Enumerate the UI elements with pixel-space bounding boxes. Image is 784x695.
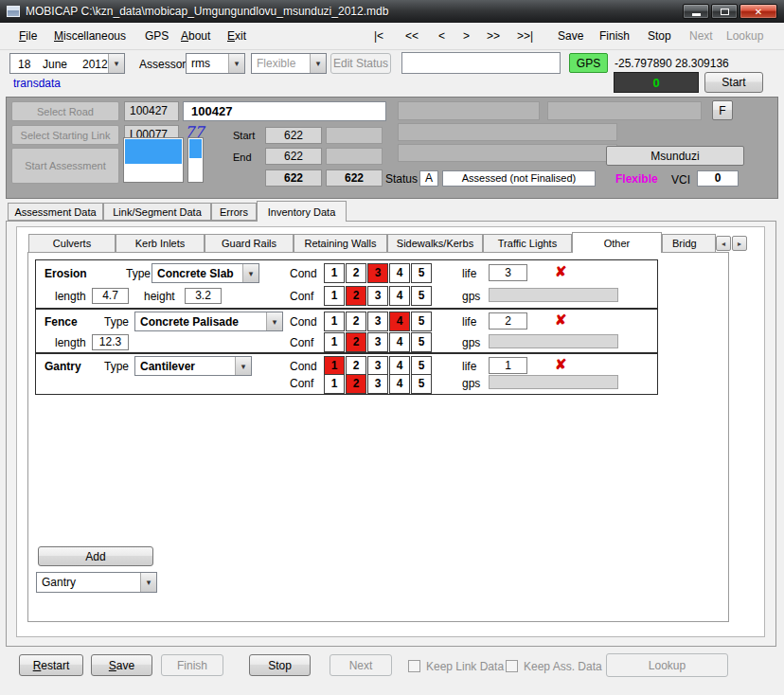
delete-x-icon[interactable]: ✘ <box>555 263 567 280</box>
delete-x-icon[interactable]: ✘ <box>555 312 567 329</box>
conf-box[interactable]: 2 <box>346 374 366 394</box>
conf-box[interactable]: 4 <box>389 374 410 394</box>
nav-fast-back-button[interactable]: << <box>405 29 419 43</box>
nav-back-button[interactable]: < <box>438 29 445 43</box>
chevron-down-icon[interactable]: ▾ <box>242 264 258 282</box>
chevron-down-icon[interactable]: ▾ <box>140 573 156 592</box>
cond-box[interactable]: 2 <box>346 312 366 331</box>
conf-box[interactable]: 3 <box>367 374 388 394</box>
menu-lookup[interactable]: Lookup <box>726 29 763 43</box>
chevron-down-icon[interactable]: ▾ <box>108 54 124 73</box>
nav-last-button[interactable]: >>| <box>517 29 533 43</box>
conf-box[interactable]: 1 <box>324 374 345 394</box>
cond-box[interactable]: 1 <box>324 312 345 331</box>
gps-start-button[interactable]: Start <box>704 72 763 93</box>
finish-button[interactable]: Finish <box>161 654 223 676</box>
conf-box[interactable]: 2 <box>346 286 366 306</box>
assessor-select[interactable]: rms ▾ <box>186 53 245 74</box>
menu-stop[interactable]: Stop <box>648 29 671 43</box>
subtab-guard-rails[interactable]: Guard Rails <box>205 234 294 253</box>
gps-button[interactable]: GPS <box>569 53 608 73</box>
chevron-down-icon[interactable]: ▾ <box>310 54 326 73</box>
chevron-down-icon[interactable]: ▾ <box>235 357 251 375</box>
type-select[interactable]: Concrete Palisade ▾ <box>134 312 283 331</box>
cond-box[interactable]: 3 <box>367 312 388 331</box>
cond-box[interactable]: 2 <box>346 356 366 376</box>
menu-miscellaneous[interactable]: Miscellaneous <box>54 29 126 43</box>
date-picker[interactable]: 18 June 2012 ▾ <box>9 53 125 74</box>
chevron-down-icon[interactable]: ▾ <box>266 312 282 330</box>
cond-box[interactable]: 3 <box>367 356 388 376</box>
conf-box[interactable]: 5 <box>411 286 432 306</box>
length-input[interactable]: 4.7 <box>92 288 129 304</box>
surface-select[interactable]: Flexible ▾ <box>251 53 327 74</box>
life-input[interactable]: 1 <box>489 357 527 374</box>
conf-box[interactable]: 1 <box>324 332 345 352</box>
menu-finish[interactable]: Finish <box>599 29 630 43</box>
keep-link-data-checkbox[interactable] <box>408 660 420 672</box>
subtab-sidewalks-kerbs[interactable]: Sidewalks/Kerbs <box>387 234 483 253</box>
chevron-down-icon[interactable]: ▾ <box>228 54 244 73</box>
subtab-traffic-lights[interactable]: Traffic Lights <box>483 234 572 253</box>
select-road-button[interactable]: Select Road <box>11 101 119 121</box>
subtab-scroll-left-button[interactable]: ◂ <box>716 236 731 251</box>
selected-row[interactable] <box>125 139 182 164</box>
conf-box[interactable]: 1 <box>324 286 345 306</box>
subtab-scroll-right-button[interactable]: ▸ <box>732 236 747 251</box>
type-select[interactable]: Cantilever ▾ <box>134 356 252 376</box>
gps-input[interactable] <box>489 288 618 302</box>
conf-box[interactable]: 3 <box>367 286 388 306</box>
selected-row[interactable] <box>189 139 202 158</box>
select-starting-link-button[interactable]: Select Starting Link <box>11 125 119 145</box>
conf-box[interactable]: 5 <box>411 332 432 352</box>
type-select[interactable]: Concrete Slab ▾ <box>151 263 259 283</box>
cond-box[interactable]: 1 <box>324 263 345 283</box>
length-input[interactable]: 12.3 <box>92 334 129 350</box>
cond-box[interactable]: 5 <box>411 312 432 331</box>
menu-next[interactable]: Next <box>689 29 713 43</box>
menu-about[interactable]: About <box>181 29 210 43</box>
cond-box[interactable]: 5 <box>411 356 432 376</box>
edit-status-button[interactable]: Edit Status <box>330 53 391 74</box>
subtab-culverts[interactable]: Culverts <box>28 234 116 253</box>
subtab-retaining-walls[interactable]: Retaining Walls <box>294 234 387 253</box>
municipality-button[interactable]: Msunduzi <box>606 146 744 166</box>
transdata-link[interactable]: transdata <box>13 77 61 90</box>
close-button[interactable]: ✕ <box>739 4 777 19</box>
maximize-button[interactable] <box>711 4 738 19</box>
segment-listbox-narrow[interactable] <box>187 137 204 183</box>
tab-link-segment-data[interactable]: Link/Segment Data <box>103 203 211 221</box>
conf-box[interactable]: 2 <box>346 332 366 352</box>
f-button[interactable]: F <box>712 100 733 120</box>
add-button[interactable]: Add <box>38 546 153 566</box>
cond-box[interactable]: 5 <box>411 263 432 283</box>
stop-button[interactable]: Stop <box>249 654 311 676</box>
nav-fast-forward-button[interactable]: >> <box>487 29 500 43</box>
header-text-input[interactable] <box>401 52 561 74</box>
cond-box[interactable]: 3 <box>367 263 388 283</box>
nav-first-button[interactable]: |< <box>374 29 383 43</box>
life-input[interactable]: 2 <box>489 312 527 330</box>
delete-x-icon[interactable]: ✘ <box>555 356 567 373</box>
keep-ass-data-checkbox[interactable] <box>506 660 518 672</box>
minimize-button[interactable] <box>683 4 709 19</box>
restart-button[interactable]: Restart <box>19 654 83 676</box>
menu-save[interactable]: Save <box>558 29 583 43</box>
tab-inventory-data[interactable]: Inventory Data <box>257 201 347 222</box>
cond-box[interactable]: 1 <box>324 356 345 376</box>
life-input[interactable]: 3 <box>489 264 527 281</box>
subtab-other[interactable]: Other <box>572 232 662 253</box>
gps-input[interactable] <box>489 334 618 348</box>
subtab-kerb-inlets[interactable]: Kerb Inlets <box>116 234 205 253</box>
cond-box[interactable]: 4 <box>389 263 410 283</box>
nav-forward-button[interactable]: > <box>463 29 470 43</box>
start-assessment-button[interactable]: Start Assessment <box>11 148 119 184</box>
conf-box[interactable]: 3 <box>367 332 388 352</box>
menu-file[interactable]: File <box>19 29 37 43</box>
next-button[interactable]: Next <box>330 654 392 676</box>
menu-exit[interactable]: Exit <box>227 29 246 43</box>
gps-input[interactable] <box>489 375 618 389</box>
tab-errors[interactable]: Errors <box>211 203 257 221</box>
conf-box[interactable]: 5 <box>411 374 432 394</box>
conf-box[interactable]: 4 <box>389 332 410 352</box>
